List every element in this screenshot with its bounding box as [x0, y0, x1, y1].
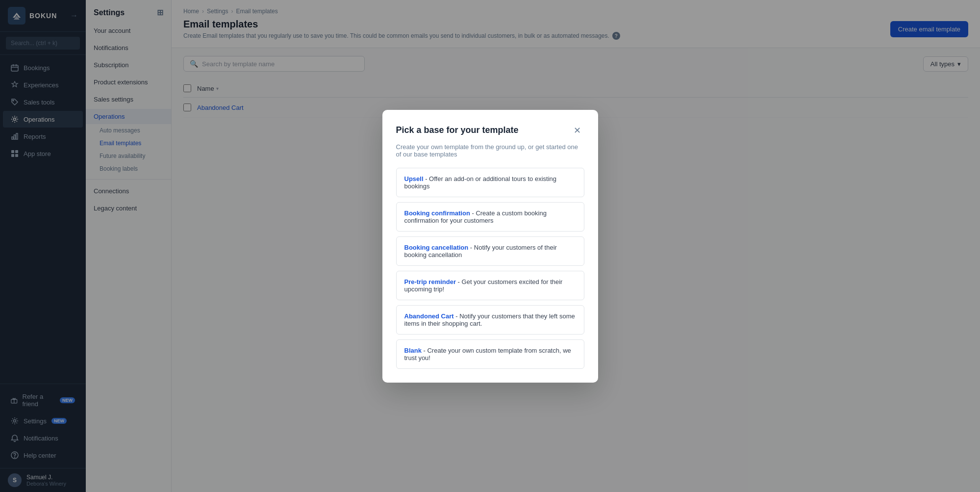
- modal-overlay[interactable]: Pick a base for your template ✕ Create y…: [0, 0, 980, 492]
- pick-template-modal: Pick a base for your template ✕ Create y…: [382, 110, 598, 383]
- modal-title: Pick a base for your template: [396, 125, 519, 135]
- template-options-list: Upsell - Offer an add-on or additional t…: [396, 168, 584, 369]
- template-option-pre-trip-reminder[interactable]: Pre-trip reminder - Get your customers e…: [396, 271, 584, 300]
- template-option-name-abandoned-cart: Abandoned Cart: [404, 312, 454, 320]
- template-option-name-booking-confirmation: Booking confirmation: [404, 209, 470, 217]
- modal-close-button[interactable]: ✕: [571, 124, 584, 137]
- template-option-abandoned-cart[interactable]: Abandoned Cart - Notify your customers t…: [396, 305, 584, 335]
- template-option-blank[interactable]: Blank - Create your own custom template …: [396, 339, 584, 369]
- modal-header: Pick a base for your template ✕: [396, 124, 584, 137]
- template-option-name-blank: Blank: [404, 347, 422, 354]
- template-option-name-booking-cancellation: Booking cancellation: [404, 244, 469, 251]
- template-option-name-pre-trip-reminder: Pre-trip reminder: [404, 278, 456, 285]
- template-option-booking-cancellation[interactable]: Booking cancellation - Notify your custo…: [396, 236, 584, 266]
- template-option-desc-upsell: - Offer an add-on or additional tours to…: [404, 175, 557, 190]
- template-option-upsell[interactable]: Upsell - Offer an add-on or additional t…: [396, 168, 584, 197]
- template-option-name-upsell: Upsell: [404, 175, 424, 182]
- template-option-desc-blank: - Create your own custom template from s…: [404, 347, 571, 362]
- template-option-booking-confirmation[interactable]: Booking confirmation - Create a custom b…: [396, 202, 584, 232]
- modal-description: Create your own template from the ground…: [396, 143, 584, 158]
